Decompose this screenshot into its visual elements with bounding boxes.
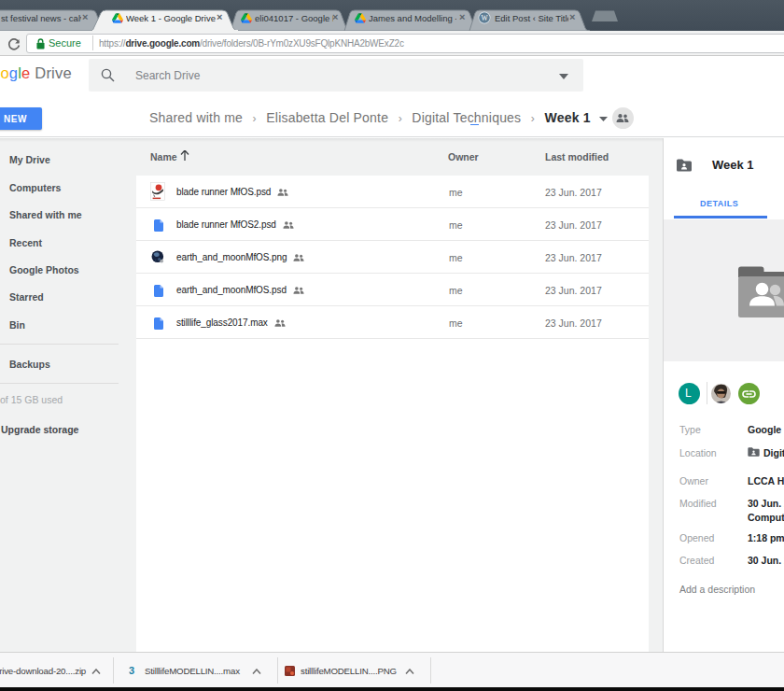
svg-text:W: W: [481, 14, 488, 22]
svg-text:3: 3: [129, 665, 134, 676]
